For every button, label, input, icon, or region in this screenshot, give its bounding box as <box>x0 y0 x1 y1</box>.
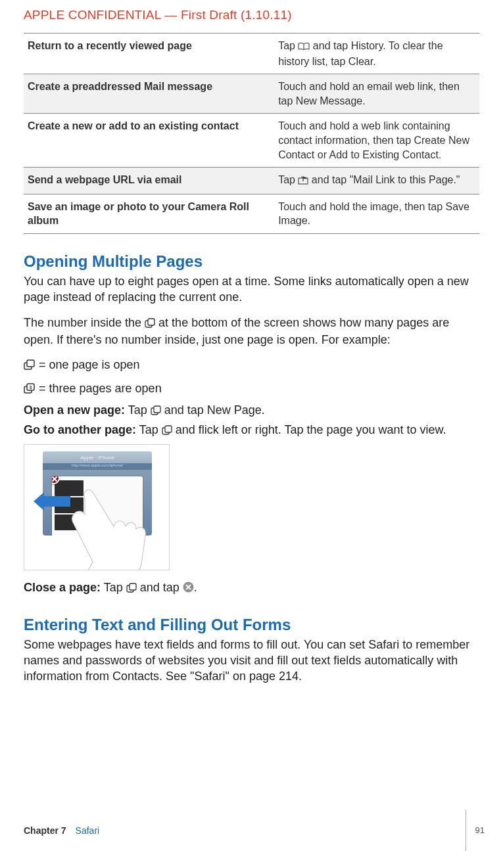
svg-rect-10 <box>154 406 160 413</box>
pages-one-icon <box>24 358 36 374</box>
pages-three-icon: 3 <box>24 382 36 398</box>
open-new-page-line: Open a new page: Tap and tap New Page. <box>24 402 479 419</box>
three-pages-line: 3 = three pages are open <box>24 380 479 398</box>
flick-gesture-figure: Apple · iPhone http://www.apple.com/ipho… <box>24 444 170 570</box>
table-row: Create a preaddressed Mail message Touch… <box>24 74 479 114</box>
cell-left: Return to a recently viewed page <box>24 34 274 74</box>
pages-icon <box>151 403 161 419</box>
svg-rect-3 <box>148 319 155 325</box>
opening-pages-heading: Opening Multiple Pages <box>24 252 479 271</box>
page-number: 91 <box>466 810 485 851</box>
svg-rect-12 <box>165 426 172 432</box>
chapter-label: Chapter 7 <box>24 825 66 836</box>
cell-right: Touch and hold a web link containing con… <box>274 114 479 168</box>
forms-heading: Entering Text and Filling Out Forms <box>24 616 479 634</box>
opening-p2: The number inside the at the bottom of t… <box>24 315 479 348</box>
table-row: Return to a recently viewed page Tap and… <box>24 34 479 74</box>
svg-rect-14 <box>130 583 136 590</box>
one-page-line: = one page is open <box>24 357 479 374</box>
open-page-label: Open a new page: <box>24 403 125 417</box>
pages-icon <box>145 316 155 332</box>
page-footer: Chapter 7 Safari 91 <box>0 810 503 851</box>
table-row: Save an image or photo to your Camera Ro… <box>24 194 479 233</box>
figure-url: http://www.apple.com/iphone/ <box>43 463 152 470</box>
actions-table: Return to a recently viewed page Tap and… <box>24 33 479 234</box>
svg-rect-5 <box>27 360 34 367</box>
opening-p1: You can have up to eight pages open at a… <box>24 273 479 306</box>
cell-left: Send a webpage URL via email <box>24 168 274 194</box>
cell-left: Create a preaddressed Mail message <box>24 74 274 114</box>
cell-left: Create a new or add to an existing conta… <box>24 114 274 168</box>
cell-left: Save an image or photo to your Camera Ro… <box>24 194 274 233</box>
close-page-line: Close a page: Tap and tap . <box>24 580 479 597</box>
pages-icon <box>162 423 172 439</box>
table-row: Send a webpage URL via email Tap and tap… <box>24 168 479 194</box>
table-row: Create a new or add to an existing conta… <box>24 114 479 168</box>
cell-right: Tap and tap "Mail Link to this Page." <box>274 168 479 194</box>
goto-page-line: Go to another page: Tap and flick left o… <box>24 422 479 439</box>
pages-icon <box>126 581 137 597</box>
figure-titlebar: Apple · iPhone <box>43 451 152 463</box>
book-icon <box>298 40 310 55</box>
hand-gesture-icon <box>53 483 170 570</box>
goto-label: Go to another page: <box>24 423 136 436</box>
cell-right: Tap and tap History. To clear the histor… <box>274 34 479 74</box>
forms-p1: Some webpages have text fields and forms… <box>24 637 479 685</box>
cell-right: Touch and hold an email web link, then t… <box>274 74 479 114</box>
cell-right: Touch and hold the image, then tap Save … <box>274 194 479 233</box>
confidential-banner: APPLE CONFIDENTIAL — First Draft (1.10.1… <box>24 8 479 22</box>
svg-text:3: 3 <box>30 385 32 390</box>
close-label: Close a page: <box>24 581 101 594</box>
close-circle-icon <box>183 581 194 597</box>
section-label: Safari <box>76 825 100 836</box>
share-icon <box>298 174 308 189</box>
